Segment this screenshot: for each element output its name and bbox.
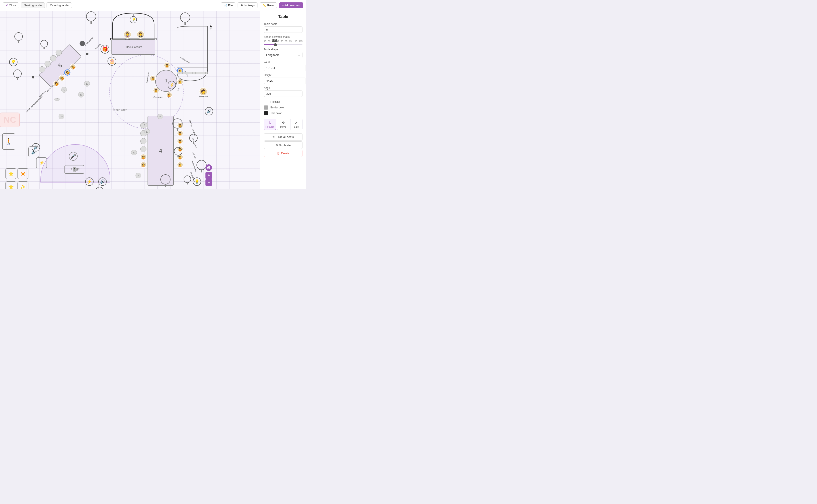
- size-icon: ⤢: [295, 121, 298, 125]
- duplicate-label: Duplicate: [279, 144, 291, 147]
- slider-value: 60: [273, 39, 277, 42]
- svg-point-26: [41, 40, 48, 47]
- main-area: N 💡 🎁 🎂 👰 Bride: [0, 11, 306, 189]
- tree-5: [39, 39, 49, 51]
- tree-7: [188, 133, 199, 146]
- svg-point-32: [174, 147, 182, 155]
- tree-6: [172, 118, 184, 132]
- ruler-button[interactable]: 📏 Ruler: [260, 2, 277, 8]
- border-color-label: Border color: [270, 106, 285, 109]
- width-input[interactable]: [264, 65, 305, 71]
- duplicate-button[interactable]: ⧉ Duplicate: [264, 141, 302, 149]
- piano: [173, 24, 212, 85]
- table-5-label: 5: [57, 62, 63, 69]
- person-icon: 🚶: [2, 133, 15, 150]
- divider-1: [264, 98, 302, 98]
- seat-number-7: 7: [54, 98, 60, 101]
- ruler-label: Ruler: [267, 4, 274, 7]
- toolbar-right: 📄 File ⌘ Hotkeys 📏 Ruler + Add element: [221, 2, 303, 8]
- hide-seats-label: Hide all seats: [277, 135, 294, 139]
- text-color-row[interactable]: Text color: [264, 111, 302, 115]
- text-color-label: Text color: [270, 112, 282, 115]
- svg-rect-35: [201, 169, 202, 172]
- angle-label: Angle: [264, 87, 302, 90]
- delete-icon: 🗑: [277, 152, 280, 155]
- table-name-label: Table name: [264, 23, 302, 26]
- add-element-label: + Add element: [282, 4, 300, 7]
- divider-3: [264, 132, 302, 132]
- svg-rect-33: [177, 155, 179, 157]
- close-label: Close: [9, 4, 16, 7]
- divider-2: [264, 117, 302, 117]
- hotkeys-icon: ⌘: [240, 4, 243, 7]
- space-slider-container: 45 55 60 65 75 85 95 105 115 60: [264, 40, 302, 45]
- ruler-icon: 📏: [262, 4, 266, 7]
- size-button[interactable]: ⤢ Size: [290, 119, 302, 130]
- close-icon: ✕: [5, 4, 8, 7]
- toolbar: ✕ Close Seating mode Catering mode 📄 Fil…: [0, 0, 306, 11]
- groom-label: Groom: [137, 38, 144, 41]
- file-button[interactable]: 📄 File: [221, 2, 236, 8]
- height-label: Height: [264, 74, 302, 77]
- duplicate-icon: ⧉: [276, 143, 278, 147]
- dance-area-label: Dance Area: [111, 108, 127, 112]
- actions-grid: ↻ Rotation ✥ Move ⤢ Size: [264, 119, 302, 130]
- bulb-bottom-right: 💡: [193, 177, 201, 186]
- floor-icon-6: ✨: [17, 181, 28, 189]
- svg-point-18: [86, 12, 96, 21]
- speaker-bottom: 🔊: [98, 177, 107, 186]
- tree-1: [85, 11, 97, 25]
- canvas[interactable]: N 💡 🎁 🎂 👰 Bride: [0, 11, 260, 189]
- add-element-button[interactable]: + Add element: [279, 2, 303, 8]
- hotkeys-label: Hotkeys: [244, 4, 255, 7]
- floor-icon-3: ⭐: [5, 168, 16, 179]
- seat-number-10: 10: [84, 81, 90, 87]
- rotation-button[interactable]: ↻ Rotation: [264, 119, 276, 130]
- table-name-input[interactable]: [264, 26, 302, 33]
- space-label: Space between chairs: [264, 35, 302, 38]
- bride-groom-label: Bride & Groom: [125, 45, 142, 49]
- hide-seats-button[interactable]: 👁 Hide all seats: [264, 133, 302, 141]
- height-input[interactable]: [264, 78, 305, 84]
- svg-point-38: [161, 175, 170, 184]
- svg-rect-25: [17, 77, 18, 80]
- bride-groom-table[interactable]: 👰 Bride 🤵 Groom Bride & Groom: [111, 39, 155, 57]
- move-button[interactable]: ✥ Move: [277, 119, 289, 130]
- slider-track[interactable]: 60: [264, 44, 302, 45]
- border-color-row[interactable]: Border color: [264, 105, 302, 110]
- table-shape-label: Table shape: [264, 48, 302, 51]
- hotkeys-button[interactable]: ⌘ Hotkeys: [238, 2, 257, 8]
- bride-label: Bride: [123, 38, 131, 41]
- seat-number-11: 11: [78, 92, 84, 97]
- panel-title: Table: [264, 14, 302, 19]
- catering-mode-button[interactable]: Catering mode: [47, 2, 72, 8]
- seat-number-13: 13: [144, 129, 150, 135]
- table-shape-select[interactable]: Long table: [264, 52, 302, 58]
- svg-rect-21: [184, 22, 186, 25]
- angle-input[interactable]: [264, 90, 302, 97]
- fill-color-label: Fill color: [270, 100, 280, 103]
- close-button[interactable]: ✕ Close: [3, 2, 19, 8]
- svg-rect-39: [165, 184, 166, 187]
- seat-number-12: 12: [131, 150, 137, 155]
- seat-number-9: 9: [142, 122, 147, 128]
- right-panel: Table Table name Space between chairs 45…: [260, 11, 306, 189]
- width-unit: Inches: [305, 65, 306, 71]
- zoom-out-button[interactable]: −: [205, 179, 212, 186]
- svg-rect-7: [177, 68, 208, 72]
- zoom-in-button[interactable]: +: [205, 172, 212, 179]
- delete-label: Delete: [281, 152, 289, 155]
- svg-point-34: [197, 160, 206, 170]
- height-input-group: Inches: [264, 78, 302, 84]
- seating-mode-label: Seating mode: [24, 4, 42, 7]
- arch-decoration: 💡: [106, 11, 161, 41]
- delete-button[interactable]: 🗑 Delete: [264, 150, 302, 157]
- fill-color-row[interactable]: Fill color: [264, 100, 302, 104]
- svg-rect-29: [177, 128, 178, 131]
- table-4-label: 4: [159, 148, 162, 154]
- svg-point-20: [180, 13, 190, 22]
- svg-point-28: [173, 119, 182, 128]
- svg-point-30: [189, 134, 197, 142]
- seating-mode-button[interactable]: Seating mode: [21, 2, 45, 8]
- svg-rect-27: [43, 47, 45, 49]
